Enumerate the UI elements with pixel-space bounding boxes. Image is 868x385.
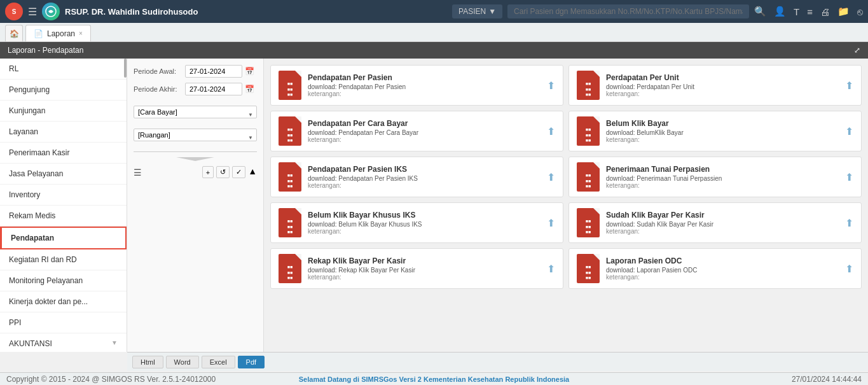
report-icon-8: ■■■■■■ (279, 254, 301, 283)
html-button[interactable]: Html (132, 356, 163, 368)
cara-bayar-select[interactable]: [Cara Bayar] (134, 106, 257, 118)
report-keterangan-4: keterangan: (308, 182, 541, 189)
footer-datetime: 27/01/2024 14:44:44 (792, 375, 862, 384)
report-icon-0: ■■■■■■ (279, 71, 301, 100)
check-filter-button[interactable]: ✓ (232, 166, 245, 178)
sidebar-item-rekam-medis[interactable]: Rekam Medis (0, 206, 127, 227)
add-user-icon[interactable]: 👤 (774, 6, 786, 17)
upload-icon-7[interactable]: ⬆ (845, 217, 853, 229)
report-keterangan-6: keterangan: (308, 228, 541, 235)
upload-icon-2[interactable]: ⬆ (547, 125, 555, 137)
excel-button[interactable]: Excel (202, 356, 235, 368)
report-keterangan-0: keterangan: (308, 90, 541, 97)
tabbar: 🏠 📄 Laporan × (0, 23, 868, 42)
periode-awal-label: Periode Awal: (134, 67, 185, 75)
home-tab[interactable]: 🏠 (5, 25, 23, 41)
pasien-dropdown[interactable]: PASIEN ▼ (452, 4, 502, 18)
section-title: Laporan - Pendapatan (8, 46, 83, 55)
topbar-actions: 🔍 👤 T ≡ 🖨 📁 ⎋ (754, 6, 863, 17)
report-card-7: ■■■■■■ Sudah Klik Bayar Per Kasir downlo… (568, 202, 862, 243)
cara-bayar-wrapper: [Cara Bayar] (134, 106, 257, 123)
upload-icon-9[interactable]: ⬆ (845, 263, 853, 275)
section-header: Laporan - Pendapatan ⤢ (0, 42, 868, 59)
report-icon-5: ■■■■■■ (577, 162, 600, 192)
home-icon: 🏠 (10, 29, 19, 38)
reset-filter-button[interactable]: ↺ (216, 166, 230, 178)
sidebar-item-kinerja-dokter[interactable]: Kinerja dokter dan pe... (0, 291, 127, 312)
upload-icon-1[interactable]: ⬆ (845, 80, 853, 92)
report-card-5: ■■■■■■ Penerimaan Tunai Perpasien downlo… (568, 157, 862, 197)
ruangan-select[interactable]: [Ruangan] (134, 129, 257, 141)
chevron-up-icon[interactable]: ▲ (248, 166, 257, 178)
upload-icon-3[interactable]: ⬆ (845, 125, 853, 137)
report-download-0: download: Pendapatan Per Pasien (308, 83, 541, 90)
report-icon-2: ■■■■■■ (279, 116, 301, 146)
ruangan-wrapper: [Ruangan] (134, 129, 257, 146)
report-title-2: Pendapatan Per Cara Bayar (308, 119, 541, 128)
sidebar-item-penerimaan-kasir[interactable]: Penerimaan Kasir (0, 143, 127, 164)
pdf-button[interactable]: Pdf (238, 356, 265, 368)
report-download-1: download: Perdapatan Per Unit (606, 83, 839, 90)
text-icon[interactable]: T (794, 6, 799, 17)
sidebar-item-monitoring[interactable]: Monitoring Pelayanan (0, 270, 127, 291)
hamburger-icon[interactable]: ☰ (134, 167, 142, 178)
upload-icon-8[interactable]: ⬆ (547, 263, 555, 275)
add-filter-button[interactable]: + (202, 166, 214, 178)
sidebar-item-jasa-pelayanan[interactable]: Jasa Pelayanan (0, 164, 127, 185)
periode-awal-input[interactable] (185, 65, 242, 78)
report-card-3: ■■■■■■ Belum Klik Bayar download: BelumK… (568, 111, 862, 151)
app-logo: S (5, 3, 23, 20)
report-content-4: Pendapatan Per Pasien IKS download: Pend… (308, 165, 541, 189)
report-icon-3: ■■■■■■ (577, 116, 600, 146)
word-button[interactable]: Word (166, 356, 199, 368)
sidebar-item-layanan[interactable]: Layanan (0, 122, 127, 143)
report-keterangan-9: keterangan: (606, 274, 839, 281)
sidebar-item-rl[interactable]: RL (0, 59, 127, 80)
report-title-0: Pendapatan Per Pasien (308, 73, 541, 82)
report-icon-4: ■■■■■■ (279, 162, 301, 192)
sidebar-item-akuntansi[interactable]: AKUNTANSI ▼ (0, 333, 127, 352)
report-icon-9: ■■■■■■ (577, 254, 600, 283)
search-input[interactable] (507, 4, 749, 18)
sidebar-item-inventory[interactable]: Inventory (0, 185, 127, 206)
filter-toolbar: ☰ + ↺ ✓ ▲ (134, 166, 257, 178)
report-download-8: download: Rekap Klik Bayar Per Kasir (308, 267, 541, 274)
report-card-0: ■■■■■■ Pendapatan Per Pasien download: P… (270, 65, 563, 106)
report-icon-1: ■■■■■■ (577, 71, 600, 100)
tab-close-button[interactable]: × (79, 30, 83, 37)
upload-icon-4[interactable]: ⬆ (547, 171, 555, 183)
export-icon[interactable]: ⎋ (857, 6, 863, 17)
app-icon (42, 3, 60, 20)
sidebar-item-ppi[interactable]: PPI (0, 312, 127, 333)
sidebar-item-kunjungan[interactable]: Kunjungan (0, 101, 127, 122)
report-icon-7: ■■■■■■ (577, 208, 600, 237)
report-card-9: ■■■■■■ Laporan Pasien ODC download: Lapo… (568, 248, 862, 289)
laporan-tab[interactable]: 📄 Laporan × (25, 25, 91, 41)
report-download-4: download: Pendapatan Per Pasien IKS (308, 175, 541, 182)
upload-icon-6[interactable]: ⬆ (547, 217, 555, 229)
list-icon[interactable]: ≡ (807, 6, 813, 17)
report-download-9: download: Laporan Pasien ODC (606, 267, 839, 274)
report-content-5: Penerimaan Tunai Perpasien download: Pen… (606, 165, 839, 189)
upload-icon-5[interactable]: ⬆ (845, 171, 853, 183)
report-content-0: Pendapatan Per Pasien download: Pendapat… (308, 73, 541, 97)
upload-icon-0[interactable]: ⬆ (547, 80, 555, 92)
report-keterangan-7: keterangan: (606, 228, 839, 235)
periode-akhir-calendar[interactable]: 📅 (242, 83, 257, 95)
periode-awal-row: Periode Awal: 📅 (134, 65, 257, 78)
sidebar-item-kegiatan-ri[interactable]: Kegiatan RI dan RD (0, 249, 127, 270)
laporan-tab-label: Laporan (47, 29, 75, 38)
menu-icon[interactable]: ☰ (28, 6, 37, 18)
search-icon[interactable]: 🔍 (754, 6, 766, 17)
sidebar-item-pendapatan[interactable]: Pendapatan (0, 227, 127, 249)
folder-icon[interactable]: 📁 (837, 6, 850, 17)
print-icon[interactable]: 🖨 (820, 6, 830, 17)
report-content-6: Belum Klik Bayar Khusus IKS download: Be… (308, 211, 541, 235)
expand-icon[interactable]: ⤢ (854, 46, 860, 55)
report-download-6: download: Belum Klik Bayar Khusus IKS (308, 221, 541, 228)
report-download-2: download: Pendapatan Per Cara Bayar (308, 129, 541, 136)
periode-akhir-input[interactable] (185, 83, 242, 95)
copyright-text: Copyright © 2015 - 2024 @ SIMGOS RS Ver.… (6, 375, 216, 384)
sidebar-item-pengunjung[interactable]: Pengunjung (0, 80, 127, 101)
periode-awal-calendar[interactable]: 📅 (242, 66, 257, 77)
